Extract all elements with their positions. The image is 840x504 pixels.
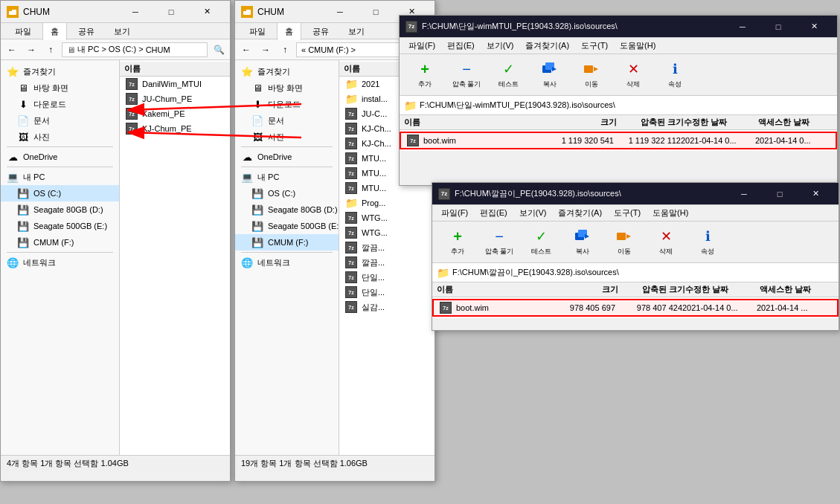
menu-help-4[interactable]: 도움말(H) [647, 206, 694, 220]
window-controls-3[interactable]: ─ □ ✕ [725, 18, 831, 36]
sidebar-item-d-1[interactable]: 💾 Seagate 80GB (D:) [1, 201, 119, 218]
sidebar-fav-2[interactable]: ⭐ 즐겨찾기 [235, 63, 339, 80]
sidebar-item-desktop-1[interactable]: 🖥 바탕 화면 [1, 80, 119, 96]
sidebar-item-f-1[interactable]: 💾 CMUM (F:) [1, 234, 119, 251]
toolbar-4[interactable]: + 추가 − 압축 풀기 ✓ 테스트 복사 [432, 222, 839, 263]
sidebar-item-favorites-1[interactable]: ⭐ 즐겨찾기 [1, 63, 119, 80]
file-item-dan2[interactable]: 7z 단일... [339, 285, 435, 300]
maximize-btn-4[interactable]: □ [763, 185, 797, 203]
extract-btn-3[interactable]: − 압축 풀기 [447, 57, 486, 93]
file-item-kk2[interactable]: 7z 깔끔... [339, 255, 435, 270]
close-btn-3[interactable]: ✕ [797, 18, 831, 36]
file-item-wtg1[interactable]: 7z WTG... [339, 210, 435, 225]
window-chum-1[interactable]: CHUM ─ □ ✕ 파일 홈 공유 보기 ← → ↑ 🖥 내 PC > OS … [0, 0, 231, 482]
maximize-btn-2[interactable]: □ [359, 3, 393, 21]
move-btn-3[interactable]: 이동 [572, 57, 611, 93]
sidebar-item-c-1[interactable]: 💾 OS (C:) [1, 185, 119, 201]
minimize-btn-4[interactable]: ─ [727, 185, 761, 203]
file-item-sig[interactable]: 7z 실감... [339, 300, 435, 314]
sidebar-item-e-1[interactable]: 💾 Seagate 500GB (E:) [1, 218, 119, 234]
delete-btn-4[interactable]: ✕ 삭제 [647, 224, 685, 260]
tab-view-2[interactable]: 보기 [340, 22, 373, 40]
test-btn-4[interactable]: ✓ 테스트 [522, 224, 560, 260]
sidebar-item-photos-1[interactable]: 🖼 사진 [1, 129, 119, 145]
menu-fav-3[interactable]: 즐겨찾기(A) [519, 39, 575, 53]
sidebar-item-mypc-1[interactable]: 💻 내 PC [1, 169, 119, 185]
copy-btn-3[interactable]: 복사 [530, 57, 569, 93]
sidebar-c-2[interactable]: 💾 OS (C:) [235, 185, 339, 201]
menu-help-3[interactable]: 도움말(H) [614, 39, 661, 53]
tab-view-1[interactable]: 보기 [106, 22, 138, 40]
minimize-btn-3[interactable]: ─ [725, 18, 760, 36]
menu-bar-3[interactable]: 파일(F) 편집(E) 보기(V) 즐겨찾기(A) 도구(T) 도움말(H) [400, 38, 837, 54]
ribbon-tabs-1[interactable]: 파일 홈 공유 보기 [1, 23, 230, 39]
window-controls-4[interactable]: ─ □ ✕ [727, 185, 833, 203]
path-bar-4[interactable]: 📁 F:\CHUM\깔끔이_PE(19043.928).iso\sources\ [432, 263, 839, 282]
sidebar-f-2[interactable]: 💾 CMUM (F:) [235, 234, 339, 251]
file-item-kjchum[interactable]: 7z KJ-Chum_PE [120, 121, 230, 136]
sidebar-item-downloads-1[interactable]: ⬇ 다운로드 [1, 96, 119, 112]
menu-bar-4[interactable]: 파일(F) 편집(E) 보기(V) 즐겨찾기(A) 도구(T) 도움말(H) [432, 205, 839, 222]
tab-file-1[interactable]: 파일 [7, 22, 39, 40]
move-btn-4[interactable]: 이동 [605, 224, 644, 260]
maximize-btn-1[interactable]: □ [154, 3, 188, 21]
menu-tools-3[interactable]: 도구(T) [575, 39, 614, 53]
up-btn-1[interactable]: ↑ [42, 42, 59, 58]
add-btn-3[interactable]: + 추가 [405, 57, 444, 93]
minimize-btn-2[interactable]: ─ [323, 3, 357, 21]
up-btn-2[interactable]: ↑ [277, 42, 293, 58]
file-item-wtg2[interactable]: 7z WTG... [339, 225, 435, 240]
sidebar-network-2[interactable]: 🌐 네트워크 [235, 254, 339, 271]
forward-btn-1[interactable]: → [23, 42, 39, 58]
menu-file-3[interactable]: 파일(F) [403, 39, 441, 53]
delete-btn-3[interactable]: ✕ 삭제 [614, 57, 653, 93]
tab-file-2[interactable]: 파일 [241, 22, 274, 40]
address-path-2[interactable]: « CMUM (F:) > [296, 42, 412, 57]
test-btn-3[interactable]: ✓ 테스트 [489, 57, 528, 93]
file-item-dan1[interactable]: 7z 단일... [339, 270, 435, 285]
sidebar-desktop-2[interactable]: 🖥 바탕 화면 [235, 80, 339, 96]
tab-share-2[interactable]: 공유 [304, 22, 337, 40]
window-7z-1[interactable]: 7z F:\CHUM\단일-wimMTUI_PE(19043.928).iso\… [399, 15, 838, 186]
file-item-juchum[interactable]: 7z JU-Chum_PE [120, 91, 230, 106]
sidebar-e-2[interactable]: 💾 Seagate 500GB (E:) [235, 218, 339, 234]
props-btn-4[interactable]: ℹ 속성 [688, 224, 727, 260]
menu-edit-4[interactable]: 편집(E) [474, 206, 513, 220]
forward-btn-2[interactable]: → [257, 42, 274, 58]
sidebar-item-onedrive-1[interactable]: ☁ OneDrive [1, 149, 119, 165]
window-controls-1[interactable]: ─ □ ✕ [118, 3, 224, 21]
sidebar-item-network-1[interactable]: 🌐 네트워크 [1, 254, 119, 271]
tab-home-1[interactable]: 홈 [42, 22, 67, 40]
sidebar-item-docs-1[interactable]: 📄 문서 [1, 112, 119, 129]
maximize-btn-3[interactable]: □ [761, 18, 795, 36]
extract-btn-4[interactable]: − 압축 풀기 [480, 224, 519, 260]
window-7z-2[interactable]: 7z F:\CHUM\깔끔이_PE(19043.928).iso\sources… [432, 182, 839, 331]
sidebar-photos-2[interactable]: 🖼 사진 [235, 129, 339, 145]
tab-share-1[interactable]: 공유 [70, 22, 103, 40]
file-item-prog[interactable]: 📁 Prog... [339, 196, 435, 210]
menu-tools-4[interactable]: 도구(T) [608, 206, 647, 220]
minimize-btn-1[interactable]: ─ [118, 3, 153, 21]
back-btn-1[interactable]: ← [4, 42, 20, 58]
file-item-bootwim-4[interactable]: 7z boot.wim 978 405 697 978 407 424 2021… [432, 299, 839, 317]
file-item-daniliwim[interactable]: 7z DanilWim_MTUI [120, 77, 230, 91]
sidebar-d-2[interactable]: 💾 Seagate 80GB (D:) [235, 201, 339, 218]
toolbar-3[interactable]: + 추가 − 압축 풀기 ✓ 테스트 복사 [400, 54, 837, 96]
close-btn-1[interactable]: ✕ [190, 3, 224, 21]
menu-fav-4[interactable]: 즐겨찾기(A) [552, 206, 608, 220]
copy-btn-4[interactable]: 복사 [563, 224, 602, 260]
file-item-kk1[interactable]: 7z 깔끔... [339, 240, 435, 255]
sidebar-docs-2[interactable]: 📄 문서 [235, 112, 339, 129]
props-btn-3[interactable]: ℹ 속성 [655, 57, 694, 93]
path-bar-3[interactable]: 📁 F:\CHUM\단일-wimMTUI_PE(19043.928).iso\s… [400, 96, 837, 115]
sidebar-onedrive-2[interactable]: ☁ OneDrive [235, 149, 339, 165]
menu-view-4[interactable]: 보기(V) [513, 206, 553, 220]
menu-view-3[interactable]: 보기(V) [481, 39, 520, 53]
tab-home-2[interactable]: 홈 [277, 22, 301, 40]
close-btn-4[interactable]: ✕ [798, 185, 833, 203]
menu-file-4[interactable]: 파일(F) [435, 206, 474, 220]
search-btn-1[interactable]: 🔍 [211, 42, 227, 58]
sidebar-mypc-2[interactable]: 💻 내 PC [235, 169, 339, 185]
back-btn-2[interactable]: ← [238, 42, 254, 58]
menu-edit-3[interactable]: 편집(E) [441, 39, 481, 53]
